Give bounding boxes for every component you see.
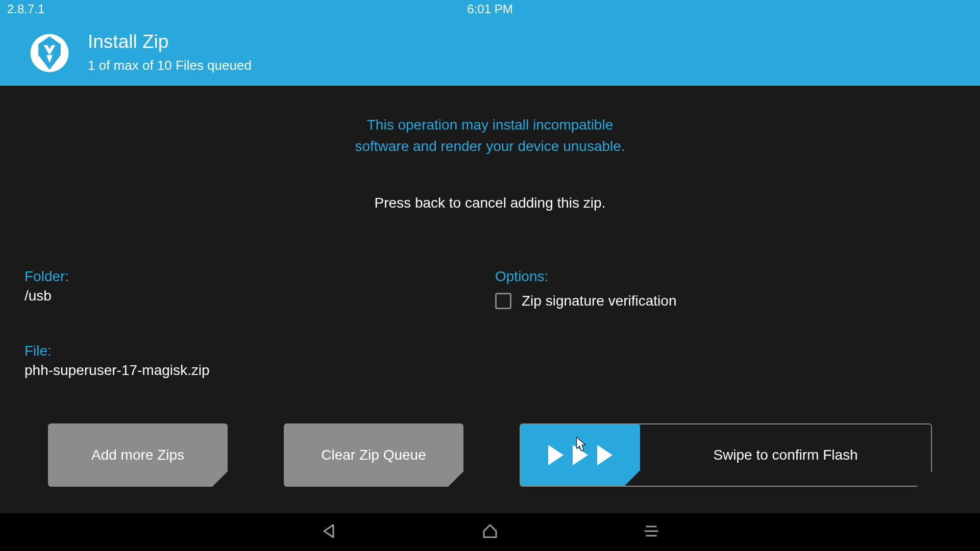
play-icon [597, 445, 612, 465]
clear-zip-queue-button[interactable]: Clear Zip Queue [284, 423, 463, 487]
clear-queue-label: Clear Zip Queue [321, 447, 426, 463]
play-icon [573, 445, 588, 465]
add-more-zips-button[interactable]: Add more Zips [48, 423, 228, 487]
home-icon[interactable] [481, 522, 499, 542]
file-value: phh-superuser-17-magisk.zip [24, 362, 485, 379]
header: Install Zip 1 of max of 10 Files queued [0, 18, 980, 86]
folder-label: Folder: [24, 268, 485, 285]
status-bar: 2.8.7.1 6:01 PM [0, 0, 980, 18]
file-label: File: [24, 343, 485, 359]
swipe-to-flash-slider[interactable]: Swipe to confirm Flash [520, 423, 932, 487]
add-more-label: Add more Zips [91, 447, 184, 463]
swipe-label: Swipe to confirm Flash [640, 447, 931, 463]
folder-value: /usb [24, 288, 485, 304]
instruction-text: Press back to cancel adding this zip. [24, 195, 955, 211]
content-area: This operation may install incompatible … [0, 86, 980, 379]
time-label: 6:01 PM [467, 2, 512, 16]
back-icon[interactable] [320, 522, 338, 542]
checkbox-icon[interactable] [495, 293, 511, 309]
warning-line1: This operation may install incompatible [24, 114, 955, 136]
page-title: Install Zip [88, 31, 252, 53]
twrp-logo-icon [30, 33, 69, 73]
queue-status: 1 of max of 10 Files queued [88, 58, 252, 73]
options-label: Options: [495, 268, 955, 285]
version-label: 2.8.7.1 [7, 2, 44, 16]
swipe-handle[interactable] [521, 424, 640, 486]
zip-verify-label: Zip signature verification [522, 293, 676, 309]
play-icon [548, 445, 564, 465]
zip-verify-option[interactable]: Zip signature verification [495, 293, 955, 309]
navigation-bar [0, 513, 980, 551]
warning-line2: software and render your device unusable… [24, 136, 955, 157]
menu-icon[interactable] [642, 522, 660, 542]
